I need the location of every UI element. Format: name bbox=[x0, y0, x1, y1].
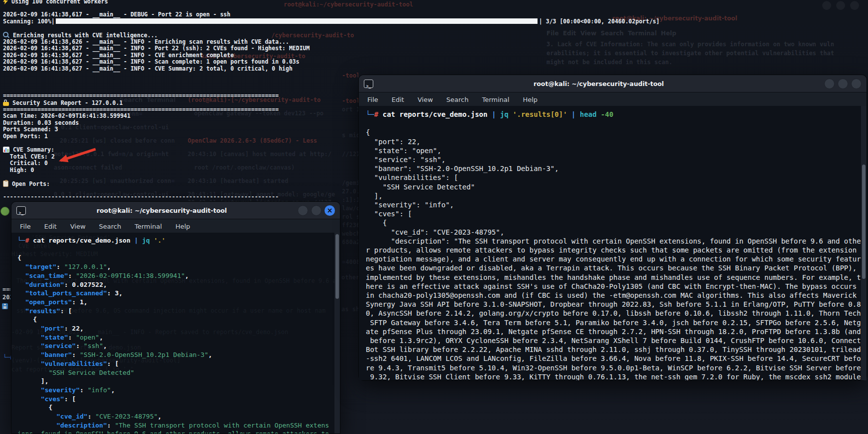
output-line: { bbox=[366, 218, 861, 227]
maximize-button[interactable] bbox=[838, 79, 848, 89]
lock-icon bbox=[3, 99, 9, 106]
green-indicator-dot bbox=[0, 207, 9, 216]
menubar: FileEditViewSearchTerminalHelp bbox=[359, 92, 867, 106]
ghost-text: as shell m bbox=[341, 306, 358, 313]
scan-progress-bar bbox=[56, 18, 538, 24]
menu-item-edit[interactable]: Edit bbox=[392, 96, 404, 103]
log-line: 2026-02-09 16:41:38,627 - __main__ - INF… bbox=[3, 66, 659, 73]
clipboard-icon bbox=[3, 180, 8, 187]
output-line: "results": [ bbox=[17, 307, 334, 316]
output-line: r products, allows remote attackers to b… bbox=[366, 246, 861, 255]
output-line: "service": "ssh", bbox=[17, 342, 334, 350]
output-line: "cve_id": "CVE-2023-48795", bbox=[366, 228, 861, 237]
output-line: "cves": [ bbox=[17, 395, 334, 404]
output-line: "open_ports": 1, bbox=[17, 298, 334, 307]
output-line: "port": 22, bbox=[17, 324, 334, 333]
log-line: 2026-02-09 16:41:38,627 - __main__ - INF… bbox=[3, 59, 659, 66]
ghost-text: 680a2 re bbox=[342, 239, 358, 246]
ghost-window-button bbox=[822, 1, 831, 10]
output-line: "total_ports_scanned": 3, bbox=[17, 289, 334, 298]
ghost-text: 2026-02 bbox=[2, 294, 10, 301]
scrollbar-thumb[interactable] bbox=[862, 165, 866, 279]
output-line: in chacha20-poly1305@openssh.com and (if… bbox=[366, 291, 861, 300]
menu-item-file[interactable]: File bbox=[367, 96, 378, 103]
log-line: 2026-02-09 16:41:38,617 - __main__ - DEB… bbox=[3, 11, 659, 18]
menu-item-edit[interactable]: Edit bbox=[44, 223, 57, 230]
minimize-button[interactable] bbox=[824, 79, 835, 89]
ghost-text: other prod bbox=[341, 274, 358, 281]
ghost-text: ff2366-9b bbox=[342, 222, 358, 229]
output-line: "service": "ssh", bbox=[366, 155, 861, 164]
log-line bbox=[3, 5, 659, 12]
red-arrow-annotation bbox=[50, 146, 100, 168]
titlebar[interactable]: root@kali: ~/cybersecurity-audit-tool bbox=[359, 75, 867, 92]
ghost-text: rol servi bbox=[342, 213, 358, 220]
ghost-window-button bbox=[836, 1, 845, 10]
output-line: 0, AsyncSSH before 2.14.2, golang.org/x/… bbox=[366, 309, 861, 318]
menubar: FileEditViewSearchTerminalHelp bbox=[11, 219, 340, 233]
output-line: implemented by these extensions, mishand… bbox=[366, 273, 861, 282]
output-line: 9.32, Bitvise SSH Client before 9.33, Ki… bbox=[366, 372, 861, 380]
menu-item-help[interactable]: Help bbox=[523, 96, 538, 103]
output-line: "description": "The SSH transport protoc… bbox=[17, 421, 334, 430]
output-line: "SSH Service Detected" bbox=[17, 368, 334, 377]
log-line: Using 100 concurrent workers bbox=[3, 0, 659, 5]
output-line: ions, found in OpenSSH before 9.6 and ot… bbox=[17, 430, 334, 434]
titlebar[interactable]: root@kali: ~/cybersecurity-audit-tool bbox=[11, 202, 340, 219]
chart-icon bbox=[3, 147, 9, 153]
menu-item-view[interactable]: View bbox=[418, 96, 433, 103]
output-line: -ssh2 6401, LANCOM LCOS and LANconfig, F… bbox=[366, 354, 861, 363]
command-line: └─# cat reports/cve_demo.json | jq '.res… bbox=[366, 110, 861, 119]
menu-item-terminal[interactable]: Terminal bbox=[134, 223, 162, 230]
output-line: ], bbox=[366, 191, 861, 200]
output-line: "cve_id": "CVE-2023-48795", bbox=[17, 412, 334, 421]
menu-item-search[interactable]: Search bbox=[446, 96, 469, 103]
floppy-icon bbox=[2, 303, 8, 309]
menu-item-search[interactable]: Search bbox=[99, 223, 121, 230]
desktop: { "background_terminal": { "lines": [ {"… bbox=[0, 0, 868, 434]
terminal-icon bbox=[364, 80, 373, 88]
output-line bbox=[17, 245, 334, 254]
output-line: "severity": "info", bbox=[366, 200, 861, 209]
output-line: "target": "127.0.0.1", bbox=[17, 262, 334, 271]
output-line: "vulnerabilities": [ bbox=[17, 359, 334, 368]
output-line: { bbox=[17, 403, 334, 412]
close-button[interactable] bbox=[325, 205, 335, 216]
ghost-text: law/openc bbox=[342, 205, 358, 212]
terminal-icon bbox=[16, 206, 26, 215]
output-line: before 1.3.9rc2), ORYX CycloneSSH before… bbox=[366, 336, 861, 345]
minimize-button[interactable] bbox=[298, 205, 308, 216]
maximize-button[interactable] bbox=[311, 205, 322, 216]
scrollbar[interactable] bbox=[334, 233, 340, 434]
menu-item-file[interactable]: File bbox=[20, 223, 31, 230]
output-line bbox=[366, 119, 861, 128]
command-line-right: └─# cat reports/cve_demo.json | jq '.res… bbox=[366, 110, 613, 118]
output-line: "vulnerabilities": [ bbox=[366, 173, 861, 182]
output-line: "duration": 0.027522, bbox=[17, 280, 334, 289]
scrollbar[interactable] bbox=[861, 106, 867, 380]
output-line: Synergy Java SSH API before 3.1.0-SNAPSH… bbox=[366, 300, 861, 309]
menu-item-terminal[interactable]: Terminal bbox=[482, 96, 509, 103]
window-title: root@kali: ~/cybersecurity-audit-tool bbox=[377, 80, 820, 87]
output-line: "severity": "info", bbox=[17, 386, 334, 395]
menu-item-view[interactable]: View bbox=[70, 223, 86, 230]
output-line: here is an effective attack against SSH'… bbox=[366, 282, 861, 291]
output-line: "SSH Service Detected" bbox=[366, 182, 861, 191]
terminal-output-left: { "target": "127.0.0.1", "scan_time": "2… bbox=[17, 245, 334, 434]
menu-item-help[interactable]: Help bbox=[175, 223, 190, 230]
terminal-window-left: root@kali: ~/cybersecurity-audit-tool Fi… bbox=[11, 201, 340, 434]
output-line: "state": "open", bbox=[17, 333, 334, 342]
terminal-content: └─# cat reports/cve_demo.json | jq '.res… bbox=[359, 106, 867, 380]
close-button[interactable] bbox=[851, 79, 862, 89]
output-line: es have been downgraded or disabled, aka… bbox=[366, 263, 861, 272]
output-line: ate pfSense Plus through 23.09.1, Netgat… bbox=[366, 327, 861, 336]
output-line: SFTP Gateway before 3.4.6, Tera Term bef… bbox=[366, 318, 861, 327]
output-line: { bbox=[17, 254, 334, 262]
output-line: ], bbox=[17, 377, 334, 386]
output-line: "scan_time": "2026-02-09T16:41:38.599941… bbox=[17, 271, 334, 280]
log-line: 2026-02-09 16:41:38,627 - __main__ - INF… bbox=[3, 52, 659, 59]
window-title: root@kali: ~/cybersecurity-audit-tool bbox=[30, 207, 294, 214]
output-line: "banner": "SSH-2.0-OpenSSH_10.2p1 Debian… bbox=[17, 350, 334, 359]
ghost-text: ==== bbox=[2, 286, 10, 293]
scrollbar-thumb[interactable] bbox=[335, 234, 339, 299]
